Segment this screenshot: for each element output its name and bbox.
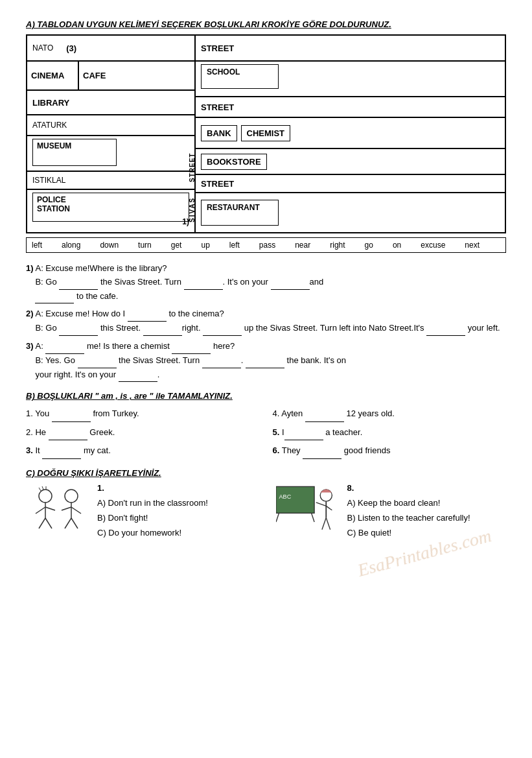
blank-b1 bbox=[52, 406, 91, 421]
svg-line-7 bbox=[42, 486, 43, 490]
q3-b: B: Yes. Go the Sivas Street. Turn . the … bbox=[26, 354, 506, 368]
scenario-1: 1. A) Don't run in the classroom! B) Don… bbox=[26, 483, 257, 541]
questions-section: 1) A: Excuse me!Where is the library? B:… bbox=[26, 262, 506, 382]
svg-line-6 bbox=[39, 488, 41, 491]
svg-line-4 bbox=[39, 518, 45, 528]
blank-q2-1 bbox=[59, 322, 98, 336]
police-station-box: POLICE STATION bbox=[32, 193, 189, 222]
cafe-cell: CAFE bbox=[79, 62, 110, 89]
blank-q3-1 bbox=[172, 340, 211, 354]
svg-line-17 bbox=[276, 513, 279, 522]
map-police-row: POLICE STATION 1) bbox=[27, 190, 194, 229]
word-get: get bbox=[171, 241, 182, 250]
word-right: right bbox=[330, 241, 345, 250]
map-museum-row: MUSEUM bbox=[27, 136, 194, 172]
section-c: C) DOĞRU ŞIKKI İŞARETLEYİNİZ. bbox=[26, 468, 506, 541]
scenario-8-option-a: A) Keep the board clean! bbox=[347, 495, 470, 510]
q2-b: B: Go this Street. right. up the Sivas S… bbox=[26, 322, 506, 336]
words-row: left along down turn get up left pass ne… bbox=[26, 237, 506, 253]
police-line2: STATION bbox=[37, 204, 185, 213]
scenario-1-options: A) Don't run in the classroom! B) Don't … bbox=[97, 495, 208, 541]
blank-q3-5 bbox=[119, 368, 157, 383]
map-bank-chemist-row: BANK CHEMIST bbox=[196, 118, 505, 149]
street-mid-label: STREET bbox=[201, 102, 234, 112]
map-street-top: STREET bbox=[196, 36, 505, 62]
svg-line-13 bbox=[65, 518, 71, 528]
school-label: SCHOOL bbox=[207, 67, 240, 77]
cinema-cell: CINEMA bbox=[27, 62, 79, 89]
scenario-8-options: A) Keep the board clean! B) Listen to th… bbox=[347, 495, 470, 541]
question-3: 3) A: me! Is there a chemist here? B: Ye… bbox=[26, 340, 506, 382]
scenario-8-svg: ABC bbox=[276, 481, 341, 536]
svg-line-22 bbox=[326, 506, 332, 510]
question-1: 1) A: Excuse me!Where is the library? B:… bbox=[26, 262, 506, 303]
svg-line-2 bbox=[36, 507, 45, 514]
street-bot-label: STREET bbox=[201, 179, 234, 189]
sivas-vertical: SIVAS bbox=[189, 172, 196, 247]
section-c-title: C) DOĞRU ŞIKKI İŞARETLEYİNİZ. bbox=[26, 468, 506, 478]
nato-num: (3) bbox=[66, 43, 76, 53]
scenario-1-svg bbox=[29, 484, 87, 533]
ataturk-label: ATATURK bbox=[32, 121, 67, 130]
svg-text:ABC: ABC bbox=[279, 493, 291, 500]
blank-q2-0 bbox=[128, 307, 167, 322]
map-istiklal-row: ISTIKLAL SIVAS bbox=[27, 172, 194, 190]
restaurant-label: RESTAURANT bbox=[207, 203, 260, 212]
museum-box: MUSEUM bbox=[32, 139, 117, 166]
map-library-row: LIBRARY bbox=[27, 91, 194, 115]
blank-q2-3 bbox=[203, 322, 242, 336]
restaurant-box: RESTAURANT bbox=[201, 200, 279, 226]
scenario-8-option-b: B) Listen to the teacher carefully! bbox=[347, 510, 470, 525]
svg-line-12 bbox=[71, 507, 81, 514]
scenario-8-option-c: C) Be quiet! bbox=[347, 525, 470, 540]
police-line1: POLICE bbox=[37, 195, 185, 204]
bank-box: BANK bbox=[201, 125, 237, 141]
scenario-1-option-c: C) Do your homework! bbox=[97, 525, 208, 540]
blank-q3-0 bbox=[45, 340, 84, 354]
scenario-8-num: 8. bbox=[347, 483, 470, 493]
q3-c: your right. It's on your . bbox=[26, 368, 506, 383]
section-b-title: B) BOŞLUKLARI " am , is , are " ile TAMA… bbox=[26, 391, 506, 401]
scenario-1-option-a: A) Don't run in the classroom! bbox=[97, 495, 208, 510]
word-along: along bbox=[62, 241, 80, 250]
map-restaurant-row: RESTAURANT bbox=[196, 193, 505, 232]
word-left2: left bbox=[229, 241, 240, 250]
blank-q1-2 bbox=[184, 276, 223, 290]
word-excuse: excuse bbox=[421, 241, 445, 250]
svg-line-5 bbox=[45, 518, 52, 528]
q1-b: B: Go the Sivas Street. Turn . It's on y… bbox=[26, 276, 506, 290]
blank-q2-4 bbox=[426, 322, 465, 336]
svg-line-14 bbox=[71, 518, 78, 528]
word-go: go bbox=[365, 241, 373, 250]
fill-item-6: 6. They good friends bbox=[273, 443, 507, 458]
q3-a: 3) A: me! Is there a chemist here? bbox=[26, 340, 506, 354]
fill-item-3: 3. It my cat. bbox=[26, 443, 260, 458]
section-c-content: 1. A) Don't run in the classroom! B) Don… bbox=[26, 483, 506, 541]
fill-item-4: 4. Ayten 12 years old. bbox=[273, 406, 507, 421]
svg-point-9 bbox=[65, 490, 78, 503]
map-street-bot: STREET bbox=[196, 175, 505, 193]
svg-line-18 bbox=[311, 513, 314, 522]
word-left1: left bbox=[32, 241, 42, 250]
scenario-8: ABC bbox=[276, 483, 507, 541]
svg-line-23 bbox=[321, 518, 325, 530]
map-street-mid: STREET bbox=[196, 97, 505, 118]
map-right: STREET SCHOOL STREET BANK CHEMIST BOOKST… bbox=[196, 36, 505, 232]
word-down: down bbox=[100, 241, 119, 250]
section-a-title: A) TABLODAN UYGUN KELİMEYİ SEÇEREK BOŞLU… bbox=[26, 19, 506, 29]
word-on: on bbox=[393, 241, 401, 250]
svg-line-24 bbox=[326, 518, 330, 530]
scenario-1-option-b: B) Don't fight! bbox=[97, 510, 208, 525]
blank-q3-3 bbox=[202, 354, 241, 368]
blank-q2-2 bbox=[143, 322, 182, 336]
fill-item-1: 1. You from Turkey. bbox=[26, 406, 260, 421]
blank-q1-3 bbox=[271, 276, 310, 290]
map-ataturk-row: ATATURK STREET bbox=[27, 115, 194, 136]
blank-q1-4 bbox=[35, 290, 74, 304]
map-container: NATO (3) CINEMA CAFE LIBRARY ATATURK STR… bbox=[26, 34, 506, 233]
nato-label: NATO bbox=[32, 43, 53, 53]
word-near: near bbox=[295, 241, 310, 250]
svg-line-11 bbox=[62, 507, 71, 510]
svg-rect-15 bbox=[276, 486, 314, 513]
q2-a: 2) A: Excuse me! How do I to the cinema? bbox=[26, 307, 506, 322]
